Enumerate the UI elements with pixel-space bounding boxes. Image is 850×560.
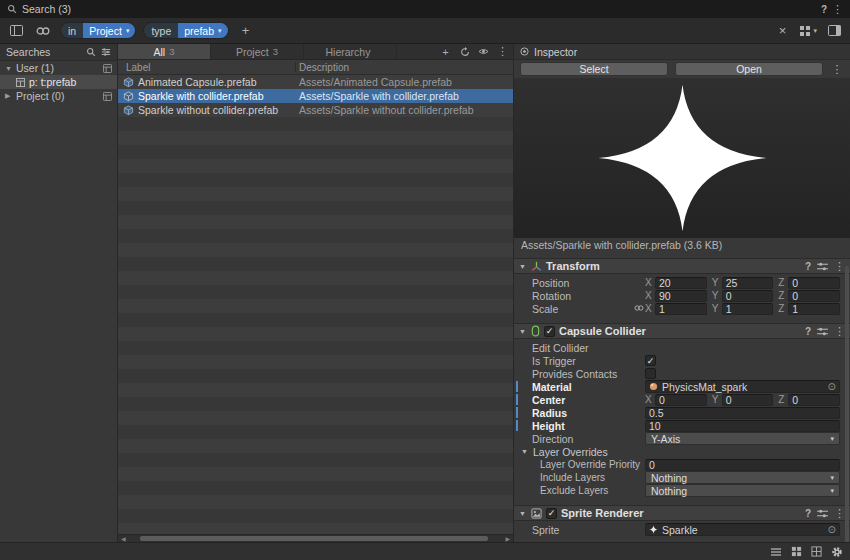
help-icon[interactable]: ? bbox=[805, 326, 811, 337]
object-picker-icon[interactable]: ⊙ bbox=[828, 381, 836, 392]
foldout-closed-icon[interactable]: ▶ bbox=[5, 92, 12, 100]
tab-project[interactable]: Project 3 bbox=[211, 44, 304, 59]
saved-search-item[interactable]: p: t:prefab bbox=[0, 75, 117, 89]
open-button[interactable]: Open bbox=[675, 62, 823, 76]
refresh-icon[interactable] bbox=[457, 45, 472, 59]
center-x-field[interactable]: 0 bbox=[655, 394, 707, 406]
grid-view-icon[interactable] bbox=[791, 546, 802, 557]
results-tabbar: All 3 Project 3 Hierarchy + ⋮ bbox=[118, 44, 513, 60]
provides-contacts-checkbox[interactable] bbox=[645, 368, 656, 379]
inspector-toggle-icon[interactable] bbox=[824, 21, 844, 41]
component-enabled-checkbox[interactable]: ✓ bbox=[544, 326, 555, 337]
capsule-collider-header[interactable]: ▼ ✓ Capsule Collider ? ⋮ bbox=[514, 323, 850, 339]
transform-header[interactable]: ▼ Transform ? ⋮ bbox=[514, 258, 850, 274]
include-layers-dropdown[interactable]: Nothing ▾ bbox=[645, 471, 840, 484]
component-menu-icon[interactable]: ⋮ bbox=[834, 325, 845, 338]
search-icon[interactable] bbox=[86, 47, 96, 57]
rotation-z-field[interactable]: 0 bbox=[788, 290, 840, 302]
column-divider[interactable] bbox=[295, 62, 296, 72]
scale-y-field[interactable]: 1 bbox=[722, 303, 774, 315]
link-icon[interactable] bbox=[33, 21, 53, 41]
component-enabled-checkbox[interactable]: ✓ bbox=[546, 508, 557, 519]
list-view-icon[interactable] bbox=[770, 547, 782, 557]
eye-icon[interactable] bbox=[476, 45, 491, 59]
height-field[interactable]: 10 bbox=[645, 420, 840, 432]
results-menu-icon[interactable]: ⋮ bbox=[495, 45, 510, 59]
filter-value[interactable]: Project ▾ bbox=[83, 23, 135, 38]
position-z-field[interactable]: 0 bbox=[788, 277, 840, 289]
edit-collider-label[interactable]: Edit Collider bbox=[532, 342, 645, 354]
inspector-menu-icon[interactable]: ⋮ bbox=[830, 62, 844, 76]
radius-field[interactable]: 0.5 bbox=[645, 407, 840, 419]
column-label[interactable]: Label bbox=[118, 62, 295, 73]
property-label: Provides Contacts bbox=[532, 368, 645, 380]
presets-icon[interactable] bbox=[817, 262, 828, 271]
position-x-field[interactable]: 20 bbox=[655, 277, 707, 289]
filter-value-label: prefab bbox=[184, 25, 214, 37]
object-picker-icon[interactable]: ⊙ bbox=[828, 524, 836, 535]
foldout-open-icon[interactable]: ▼ bbox=[5, 65, 12, 72]
position-y-field[interactable]: 25 bbox=[722, 277, 774, 289]
layer-overrides-foldout[interactable]: ▼ Layer Overrides bbox=[514, 445, 850, 458]
presets-icon[interactable] bbox=[817, 327, 828, 336]
result-row-selected[interactable]: Sparkle with collider.prefab Assets/Spar… bbox=[118, 89, 513, 103]
direction-dropdown[interactable]: Y-Axis ▾ bbox=[645, 432, 840, 445]
inspector-scrollbar-thumb[interactable] bbox=[845, 266, 849, 542]
view-options-button[interactable]: ▾ bbox=[799, 25, 817, 37]
scale-x-field[interactable]: 1 bbox=[655, 303, 707, 315]
sprite-renderer-header[interactable]: ▼ ✓ Sprite Renderer ? ⋮ bbox=[514, 505, 850, 521]
presets-icon[interactable] bbox=[817, 509, 828, 518]
column-header[interactable]: Label Description bbox=[118, 60, 513, 75]
foldout-open-icon[interactable]: ▼ bbox=[519, 328, 527, 335]
sidebar-group-project[interactable]: ▶ Project (0) bbox=[0, 89, 117, 103]
import-icon[interactable] bbox=[103, 92, 112, 101]
axis-x-label: X bbox=[645, 394, 655, 405]
layer-override-priority-row: Layer Override Priority 0 bbox=[514, 458, 850, 471]
filter-value[interactable]: prefab ▾ bbox=[178, 23, 227, 38]
chevron-down-icon: ▾ bbox=[218, 27, 222, 35]
results-list: Animated Capsule.prefab Assets/Animated … bbox=[118, 75, 513, 534]
foldout-open-icon[interactable]: ▼ bbox=[519, 510, 527, 517]
filter-icon[interactable] bbox=[101, 47, 111, 57]
center-y-field[interactable]: 0 bbox=[722, 394, 774, 406]
help-icon[interactable]: ? bbox=[805, 508, 811, 519]
link-scale-icon[interactable] bbox=[634, 304, 644, 312]
tab-hierarchy[interactable]: Hierarchy bbox=[304, 44, 397, 59]
rotation-x-field[interactable]: 90 bbox=[655, 290, 707, 302]
tab-all[interactable]: All 3 bbox=[118, 44, 211, 59]
layer-override-priority-field[interactable]: 0 bbox=[645, 459, 840, 471]
is-trigger-checkbox[interactable]: ✓ bbox=[645, 355, 656, 366]
rotation-y-field[interactable]: 0 bbox=[722, 290, 774, 302]
big-grid-view-icon[interactable] bbox=[811, 546, 822, 557]
result-description: Assets/Sparkle without collider.prefab bbox=[295, 104, 474, 116]
axis-z-label: Z bbox=[778, 303, 788, 314]
result-row[interactable]: Animated Capsule.prefab Assets/Animated … bbox=[118, 75, 513, 89]
column-description[interactable]: Description bbox=[295, 62, 349, 73]
panel-toggle-icon[interactable] bbox=[6, 21, 26, 41]
filter-chip-type[interactable]: type prefab ▾ bbox=[143, 22, 228, 39]
clear-search-icon[interactable]: × bbox=[772, 21, 792, 41]
scale-z-field[interactable]: 1 bbox=[788, 303, 840, 315]
component-menu-icon[interactable]: ⋮ bbox=[834, 507, 845, 520]
search-icon bbox=[7, 4, 17, 14]
component-menu-icon[interactable]: ⋮ bbox=[834, 260, 845, 273]
add-filter-icon[interactable]: + bbox=[236, 21, 256, 41]
scrollbar-thumb[interactable] bbox=[140, 536, 488, 541]
add-tab-icon[interactable]: + bbox=[438, 45, 453, 59]
sprite-object-field[interactable]: Sparkle ⊙ bbox=[645, 523, 840, 536]
import-icon[interactable] bbox=[103, 64, 112, 73]
material-object-field[interactable]: PhysicsMat_spark ⊙ bbox=[645, 380, 840, 393]
result-row[interactable]: Sparkle without collider.prefab Assets/S… bbox=[118, 103, 513, 117]
help-icon[interactable]: ? bbox=[805, 261, 811, 272]
settings-gear-icon[interactable] bbox=[831, 546, 843, 558]
select-button[interactable]: Select bbox=[520, 62, 668, 76]
center-z-field[interactable]: 0 bbox=[788, 394, 840, 406]
horizontal-scrollbar[interactable]: ◀ ▶ bbox=[118, 534, 513, 542]
window-menu-icon[interactable]: ⋮ bbox=[832, 3, 843, 16]
sidebar-group-user[interactable]: ▼ User (1) bbox=[0, 61, 117, 75]
filter-chip-area[interactable]: in Project ▾ bbox=[60, 22, 136, 39]
foldout-open-icon[interactable]: ▼ bbox=[521, 448, 529, 455]
help-icon[interactable]: ? bbox=[821, 4, 827, 15]
foldout-open-icon[interactable]: ▼ bbox=[519, 263, 527, 270]
exclude-layers-dropdown[interactable]: Nothing ▾ bbox=[645, 484, 840, 497]
